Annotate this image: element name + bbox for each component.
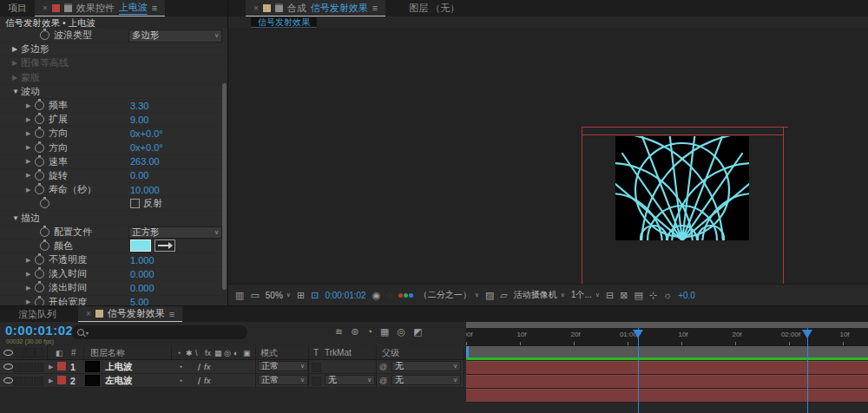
close-icon[interactable]: × <box>86 309 91 318</box>
stopwatch-icon[interactable] <box>35 157 44 167</box>
current-timecode[interactable]: 0:00:01:02 <box>5 323 73 338</box>
view-layout-select[interactable]: 1个...∨ <box>571 289 600 301</box>
effect-property-row[interactable]: 波浪类型多边形∨ <box>0 29 227 43</box>
collapsed-triangle-icon[interactable]: ▶ <box>26 144 35 151</box>
switch-column-shy-icon[interactable]: ◔ <box>176 346 181 359</box>
tab-project[interactable]: 项目 <box>0 0 35 16</box>
property-value[interactable]: 0.00 <box>130 169 148 182</box>
collapsed-triangle-icon[interactable]: ▶ <box>26 298 35 305</box>
switch-column-3d-icon[interactable]: ▣ <box>243 346 251 359</box>
preserve-transparency-toggle[interactable] <box>312 377 321 386</box>
frame-blend-icon[interactable]: ▦ <box>380 326 389 338</box>
effect-property-row[interactable]: 颜色 <box>0 239 227 253</box>
tab-target-layer-label[interactable]: 上电波 <box>119 1 148 15</box>
solo-column-icon[interactable] <box>25 346 35 359</box>
layer-name[interactable]: 左电波 <box>105 374 133 387</box>
layer-visibility-toggle[interactable] <box>3 374 13 387</box>
hide-shy-layers-icon[interactable]: ◔ <box>366 326 372 338</box>
property-dropdown[interactable]: 正方形∨ <box>128 226 222 239</box>
effect-property-row[interactable]: ▶淡出时间0.000 <box>0 281 227 295</box>
expanded-triangle-icon[interactable]: ▼ <box>12 88 21 95</box>
stopwatch-icon[interactable] <box>35 101 44 110</box>
grid-guides-icon[interactable]: ⊞ <box>297 290 305 301</box>
mini-flowchart-icon[interactable]: ▤ <box>634 290 642 301</box>
stopwatch-icon[interactable] <box>35 255 44 265</box>
property-value[interactable]: 263.00 <box>130 155 160 168</box>
preserve-transparency-toggle[interactable] <box>312 363 321 372</box>
collapsed-triangle-icon[interactable]: ▶ <box>26 187 35 193</box>
magnification-select[interactable]: 50%∨ <box>266 291 291 300</box>
layer-label-color[interactable] <box>57 362 66 370</box>
parent-select[interactable]: 无∨ <box>391 361 461 371</box>
current-time-indicator-line[interactable] <box>638 328 639 413</box>
stopwatch-icon[interactable] <box>40 241 49 251</box>
stopwatch-icon[interactable] <box>35 171 44 180</box>
effect-property-row[interactable]: ▶方向0x+0.0° <box>0 127 227 141</box>
collapsed-triangle-icon[interactable]: ▶ <box>26 130 35 137</box>
shy-switch-icon[interactable]: ◔ <box>178 374 182 387</box>
stopwatch-icon[interactable] <box>35 128 44 138</box>
current-time-indicator-handle[interactable] <box>633 330 643 338</box>
collapsed-triangle-icon[interactable]: ▶ <box>12 74 21 82</box>
switch-column-quality-icon[interactable]: \ <box>195 346 198 359</box>
time-marker-line[interactable] <box>807 328 808 413</box>
quality-switch[interactable]: / <box>198 360 201 373</box>
parent-pick-whip-icon[interactable]: @ <box>379 374 387 387</box>
exposure-gear-icon[interactable]: ☼ <box>663 290 672 300</box>
layer-name[interactable]: 上电波 <box>105 360 133 373</box>
collapsed-triangle-icon[interactable]: ▶ <box>26 102 35 109</box>
stopwatch-icon[interactable] <box>35 283 44 292</box>
dual-view-icon[interactable]: ▥ <box>235 290 244 301</box>
work-area-start-handle[interactable] <box>466 346 469 357</box>
layer-row[interactable]: ▶2左电波◔/fx正常∨无∨@无∨ <box>0 374 466 388</box>
color-swatch[interactable] <box>130 239 151 252</box>
shy-switch-icon[interactable]: ◔ <box>178 360 182 373</box>
breadcrumb-composition[interactable]: 信号发射效果 <box>251 17 317 28</box>
visibility-column-eye-icon[interactable] <box>3 346 13 359</box>
parent-pick-whip-icon[interactable]: @ <box>379 360 387 373</box>
property-value[interactable]: 1.000 <box>130 253 155 266</box>
property-value[interactable]: 10.000 <box>130 183 160 196</box>
layer-switch-cell[interactable] <box>23 363 33 372</box>
stopwatch-icon[interactable] <box>35 269 44 279</box>
fx-switch[interactable]: fx <box>204 360 210 373</box>
collapsed-triangle-icon[interactable]: ▶ <box>26 285 35 292</box>
parent-select[interactable]: 无∨ <box>391 375 461 385</box>
tab-render-queue[interactable]: 渲染队列 <box>10 306 64 322</box>
shared-view-icon[interactable]: ⊟ <box>606 290 614 301</box>
fx-switch[interactable]: fx <box>204 374 210 387</box>
layer-switch-cell[interactable] <box>34 377 43 386</box>
effect-property-row[interactable]: ▶不透明度1.000 <box>0 253 227 267</box>
tab-composition[interactable]: × 合成 信号发射效果 ≡ <box>246 0 385 16</box>
switch-column-frame-blend-icon[interactable]: ▦ <box>214 346 222 359</box>
property-value[interactable]: 0.000 <box>130 267 155 280</box>
time-marker-handle[interactable] <box>802 330 812 338</box>
collapsed-triangle-icon[interactable]: ▶ <box>26 172 35 179</box>
layer-expand-triangle-icon[interactable]: ▶ <box>49 374 57 387</box>
switch-column-motion-blur-icon[interactable]: ◎ <box>224 346 231 359</box>
stopwatch-icon[interactable] <box>35 115 44 124</box>
collapsed-triangle-icon[interactable]: ▶ <box>12 45 21 53</box>
tab-effect-controls[interactable]: × 效果控件 上电波 ≡ <box>35 0 165 16</box>
eyedropper-icon[interactable] <box>155 239 175 252</box>
layer-switch-cell[interactable] <box>13 363 23 372</box>
active-camera-select[interactable]: 活动摄像机∨ <box>514 289 565 301</box>
resolution-select[interactable]: （二分之一）∨ <box>419 289 479 301</box>
property-value[interactable]: 0x+0.0° <box>130 141 163 154</box>
effect-group-row[interactable]: ▼波动 <box>0 85 227 99</box>
effect-group-row[interactable]: ▼描边 <box>0 211 227 225</box>
switch-column-collapse-icon[interactable]: ✱ <box>186 346 193 359</box>
effect-property-row[interactable]: ▶方向0x+0.0° <box>0 141 227 155</box>
scrollbar-thumb[interactable] <box>222 83 227 290</box>
trkmat-select[interactable]: 无∨ <box>325 375 375 385</box>
reflection-checkbox[interactable] <box>130 199 140 208</box>
collapsed-triangle-icon[interactable]: ▶ <box>26 116 35 123</box>
composition-image[interactable] <box>615 136 749 240</box>
quality-switch[interactable]: / <box>198 374 201 387</box>
property-value[interactable]: 0.000 <box>130 281 155 294</box>
close-icon[interactable]: × <box>253 3 259 13</box>
switch-column-fx-icon[interactable]: fx <box>205 346 211 359</box>
effect-property-row[interactable]: ▶旋转0.00 <box>0 169 227 183</box>
layer-switch-cell[interactable] <box>13 377 23 386</box>
lock-column-icon[interactable] <box>35 346 44 359</box>
